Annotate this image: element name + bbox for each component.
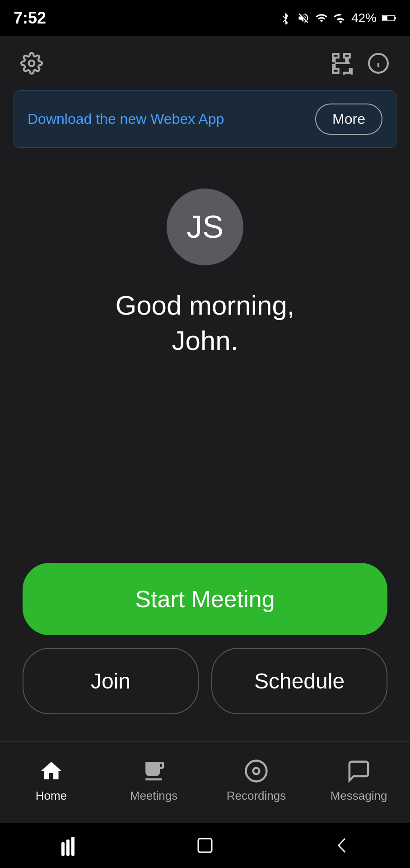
recordings-label: Recordings <box>227 789 286 803</box>
bottom-nav: Home Meetings Recordings <box>0 741 410 823</box>
action-buttons: Start Meeting Join Schedule <box>0 563 410 741</box>
status-time: 7:52 <box>14 9 46 28</box>
meetings-label: Meetings <box>130 789 178 803</box>
recordings-icon <box>243 757 270 784</box>
join-button[interactable]: Join <box>23 648 199 714</box>
svg-point-9 <box>253 768 260 774</box>
nav-item-meetings[interactable]: Meetings <box>102 757 205 803</box>
svg-rect-13 <box>198 839 212 852</box>
home-button[interactable] <box>194 834 216 857</box>
svg-rect-2 <box>395 17 396 19</box>
svg-point-8 <box>246 760 267 781</box>
avatar: JS <box>167 189 243 265</box>
start-meeting-button[interactable]: Start Meeting <box>23 563 387 635</box>
back-button[interactable] <box>331 834 353 857</box>
status-bar: 7:52 42% <box>0 0 410 36</box>
greeting-line1: Good morning, <box>116 290 295 321</box>
schedule-button[interactable]: Schedule <box>211 648 387 714</box>
home-icon <box>38 757 65 784</box>
avatar-initials: JS <box>186 209 224 245</box>
wifi-icon <box>315 12 328 24</box>
greeting-line2: John. <box>172 326 238 356</box>
messaging-icon <box>345 757 373 784</box>
signal-icon <box>333 12 346 24</box>
nav-item-messaging[interactable]: Messaging <box>308 757 410 803</box>
meetings-icon <box>140 757 168 784</box>
download-banner: Download the new Webex App More <box>14 90 396 148</box>
more-button[interactable]: More <box>315 104 382 135</box>
svg-point-3 <box>29 61 35 66</box>
battery-text: 42% <box>351 11 377 25</box>
battery-icon <box>382 14 396 23</box>
sound-icon <box>297 12 310 24</box>
recent-apps-button[interactable] <box>57 834 79 857</box>
system-nav-bar <box>0 823 410 868</box>
scan-icon[interactable] <box>329 50 356 77</box>
messaging-label: Messaging <box>331 789 387 803</box>
avatar-section: JS Good morning, John. <box>0 161 410 563</box>
status-icons: 42% <box>279 11 396 25</box>
nav-item-recordings[interactable]: Recordings <box>205 757 308 803</box>
nav-item-home[interactable]: Home <box>0 757 102 803</box>
info-icon[interactable] <box>365 50 392 77</box>
svg-rect-12 <box>71 837 75 856</box>
top-right-icons <box>329 50 392 77</box>
banner-text: Download the new Webex App <box>28 111 224 127</box>
app-container: Download the new Webex App More JS Good … <box>0 36 410 823</box>
top-bar <box>0 36 410 86</box>
greeting: Good morning, John. <box>116 288 295 359</box>
settings-button[interactable] <box>18 50 45 77</box>
home-label: Home <box>36 789 67 803</box>
svg-rect-1 <box>382 16 387 20</box>
bluetooth-icon <box>279 12 292 24</box>
secondary-buttons: Join Schedule <box>23 648 387 714</box>
svg-rect-11 <box>66 840 70 856</box>
svg-rect-10 <box>61 842 65 856</box>
